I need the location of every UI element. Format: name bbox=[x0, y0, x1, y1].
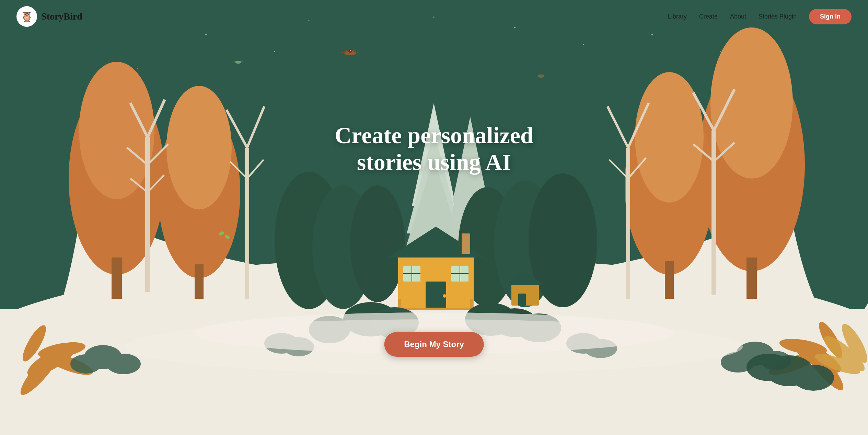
svg-point-111 bbox=[720, 51, 721, 52]
svg-point-53 bbox=[443, 294, 446, 298]
svg-point-103 bbox=[350, 50, 351, 51]
svg-line-42 bbox=[609, 160, 628, 179]
nav-link-stories-plugin[interactable]: Stories Plugin bbox=[759, 13, 797, 20]
nav-link-about[interactable]: About bbox=[730, 13, 746, 20]
svg-point-109 bbox=[651, 34, 653, 35]
logo-area: 🦉 StoryBird bbox=[16, 6, 82, 27]
svg-point-32 bbox=[635, 72, 704, 203]
svg-line-25 bbox=[247, 106, 264, 148]
svg-line-27 bbox=[247, 160, 264, 179]
svg-point-104 bbox=[205, 34, 207, 35]
svg-point-80 bbox=[70, 354, 101, 374]
svg-point-107 bbox=[583, 44, 584, 45]
svg-rect-30 bbox=[747, 257, 757, 299]
svg-rect-60 bbox=[462, 233, 470, 254]
hero-text-block: Create personalized stories using AI bbox=[314, 122, 554, 175]
svg-point-14 bbox=[166, 86, 232, 209]
nav-links: Library Create About Stories Plugin Sign… bbox=[668, 9, 852, 24]
cta-area: Begin My Story bbox=[384, 332, 484, 357]
svg-rect-61 bbox=[398, 299, 401, 309]
svg-point-29 bbox=[710, 27, 793, 179]
nav-link-create[interactable]: Create bbox=[699, 13, 718, 20]
svg-point-100 bbox=[537, 75, 544, 78]
svg-point-110 bbox=[137, 68, 138, 69]
svg-rect-66 bbox=[518, 294, 526, 306]
svg-point-99 bbox=[235, 61, 241, 64]
forest-scene-svg bbox=[0, 0, 868, 435]
svg-point-90 bbox=[793, 365, 834, 391]
svg-rect-62 bbox=[470, 299, 473, 309]
svg-point-46 bbox=[350, 185, 405, 302]
svg-point-91 bbox=[747, 354, 791, 381]
logo-text: StoryBird bbox=[41, 11, 82, 22]
svg-point-79 bbox=[106, 354, 141, 374]
signin-button[interactable]: Sign in bbox=[809, 9, 852, 24]
hero-section: 🦉 StoryBird Library Create About Stories… bbox=[0, 0, 868, 435]
svg-rect-33 bbox=[665, 261, 674, 299]
hero-title: Create personalized stories using AI bbox=[314, 122, 554, 175]
svg-rect-63 bbox=[398, 308, 474, 310]
svg-point-105 bbox=[274, 51, 275, 52]
nav-link-library[interactable]: Library bbox=[668, 13, 687, 20]
svg-point-102 bbox=[348, 49, 352, 53]
svg-rect-12 bbox=[112, 257, 122, 299]
begin-story-button[interactable]: Begin My Story bbox=[384, 332, 484, 357]
logo-icon: 🦉 bbox=[16, 6, 37, 27]
svg-rect-15 bbox=[195, 264, 204, 299]
svg-line-40 bbox=[607, 106, 628, 148]
navbar: 🦉 StoryBird Library Create About Stories… bbox=[0, 0, 868, 33]
